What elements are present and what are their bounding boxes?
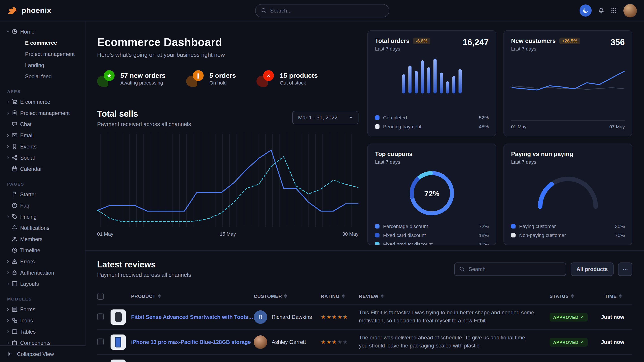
legend-value: 70% <box>615 233 625 238</box>
sidebar-item-e-commerce[interactable]: E commerce <box>6 37 82 48</box>
product-thumbnail[interactable] <box>110 309 126 325</box>
legend-label: Fixed product discount <box>383 242 432 245</box>
legend-label: Percentage discount <box>383 224 428 229</box>
x-tick: 15 May <box>220 231 236 237</box>
sidebar-item-project-management[interactable]: Project management <box>6 48 82 59</box>
column-header-product[interactable]: PRODUCT <box>110 293 254 299</box>
chevron-icon <box>6 319 12 322</box>
sidebar-item-email[interactable]: Email <box>6 130 82 141</box>
column-header-status[interactable]: STATUS <box>550 293 601 299</box>
more-options-button[interactable]: ⋯ <box>618 262 632 276</box>
search-input[interactable] <box>270 7 383 14</box>
sidebar-item-social[interactable]: Social <box>6 152 82 163</box>
bell-icon <box>12 225 20 231</box>
sidebar-item-layouts[interactable]: Layouts <box>6 278 82 289</box>
apps-grid-button[interactable] <box>611 7 617 13</box>
stat-blob-front: × <box>263 70 274 81</box>
calendar-icon <box>12 166 20 172</box>
legend-swatch <box>375 115 380 120</box>
sidebar-item-social-feed[interactable]: Social feed <box>6 71 82 82</box>
pie-icon <box>12 29 20 34</box>
coupons-legend: Percentage discount 72% Fixed card disco… <box>375 220 489 245</box>
checkbox[interactable] <box>97 314 104 320</box>
sidebar-item-e-commerce[interactable]: E commerce <box>6 96 82 107</box>
help-icon <box>12 203 20 208</box>
product-link[interactable]: Fitbit Sense Advanced Smartwatch with To… <box>131 314 254 320</box>
sidebar-item-chat[interactable]: Chat <box>6 118 82 130</box>
stat-blob-front: ∥ <box>193 70 204 81</box>
chevron-icon <box>6 260 12 263</box>
sidebar-item-project-management[interactable]: Project management <box>6 107 82 118</box>
total-sells-subtitle: Payment received across all channels <box>97 121 191 127</box>
sidebar-item-label: Events <box>20 143 36 150</box>
product-thumbnail[interactable] <box>110 334 126 350</box>
product-thumbnail[interactable] <box>110 359 126 362</box>
column-label: CUSTOMER <box>254 293 282 299</box>
paying-vs-non-paying-card: Paying vs non paying Last 7 days Paying … <box>504 144 632 245</box>
date-range-select[interactable]: Mar 1 - 31, 2022 <box>292 111 358 124</box>
tag-icon <box>12 214 20 220</box>
column-header-rating[interactable]: RATING <box>321 293 359 299</box>
sidebar-item-timeline[interactable]: Timeline <box>6 245 82 256</box>
table-icon <box>12 329 20 335</box>
checkbox[interactable] <box>97 293 104 299</box>
phoenix-logo[interactable]: phoenix <box>7 5 51 16</box>
product-link[interactable]: iPhone 13 pro max-Pacific Blue-128GB sto… <box>131 339 251 345</box>
stat-value: 57 new orders <box>120 71 166 79</box>
global-search[interactable] <box>255 4 389 17</box>
column-header-customer[interactable]: CUSTOMER <box>254 293 321 299</box>
sidebar-item-tables[interactable]: Tables <box>6 326 82 337</box>
row-checkbox-cell <box>97 293 110 299</box>
reviews-search-input[interactable] <box>468 266 561 272</box>
sidebar-item-authentication[interactable]: Authentication <box>6 267 82 278</box>
stat-blob-front: ★ <box>104 70 114 81</box>
card-value: 16,247 <box>463 37 489 47</box>
sort-icon <box>284 295 287 298</box>
theme-toggle[interactable] <box>580 4 592 16</box>
notifications-button[interactable] <box>598 7 604 13</box>
checkbox[interactable] <box>97 339 104 345</box>
trend-badge: -6.8% <box>413 37 430 44</box>
sidebar-item-events[interactable]: Events <box>6 141 82 152</box>
all-products-button[interactable]: All products <box>570 262 614 276</box>
sidebar-item-starter[interactable]: Starter <box>6 189 82 200</box>
sidebar-item-label: Home <box>20 28 34 35</box>
sidebar-item-label: Timeline <box>20 247 40 253</box>
sidebar-item-label: Icons <box>20 317 33 324</box>
sidebar-item-pricing[interactable]: Pricing <box>6 211 82 222</box>
sidebar-item-home[interactable]: Home <box>6 26 82 37</box>
page-subtitle: Here's what's going on at your business … <box>97 51 358 58</box>
sidebar-item-errors[interactable]: Errors <box>6 256 82 267</box>
column-header-review[interactable]: REVIEW <box>359 293 550 299</box>
sidebar-item-calendar[interactable]: Calendar <box>6 163 82 174</box>
sidebar-item-notifications[interactable]: Notifications <box>6 222 82 233</box>
legend-value: 18% <box>479 233 489 238</box>
customer-name[interactable]: Ashley Garrett <box>272 339 306 345</box>
customer-avatar[interactable] <box>254 335 267 349</box>
new-customers-x-axis: 01 May 07 May <box>511 120 625 129</box>
customer-avatar[interactable]: R <box>254 310 267 324</box>
user-avatar[interactable] <box>624 4 637 17</box>
reviews-search[interactable] <box>454 262 566 276</box>
sidebar-item-icons[interactable]: Icons <box>6 315 82 326</box>
customer-name[interactable]: Richard Dawkins <box>272 314 312 320</box>
puzzle-icon <box>12 340 20 346</box>
star-icon: ★ <box>326 339 332 345</box>
sidebar-item-label: Forms <box>20 306 35 312</box>
column-header-time[interactable]: TIME <box>601 293 632 299</box>
card-period: Last 7 days <box>375 159 413 165</box>
sidebar-item-label: Project management <box>25 51 74 57</box>
dashboard-area: Ecommerce Dashboard Here's what's going … <box>86 21 644 250</box>
product-cell: iPhone 13 pro max-Pacific Blue-128GB sto… <box>110 334 254 350</box>
card-title: New customers <box>511 37 556 44</box>
collapse-sidebar-button[interactable]: Collapsed View <box>0 345 86 362</box>
donut-center-label: 72% <box>407 168 457 220</box>
stat-out-of-stock: × 15 products Out of stock <box>256 70 318 87</box>
sidebar-item-landing[interactable]: Landing <box>6 59 82 71</box>
sidebar-item-forms[interactable]: Forms <box>6 304 82 315</box>
sidebar-item-members[interactable]: Members <box>6 233 82 245</box>
sidebar-item-faq[interactable]: Faq <box>6 200 82 211</box>
chevron-icon <box>6 156 12 159</box>
sidebar-nav: HomeE commerceProject managementLandingS… <box>6 26 82 348</box>
moon-icon <box>583 7 588 13</box>
